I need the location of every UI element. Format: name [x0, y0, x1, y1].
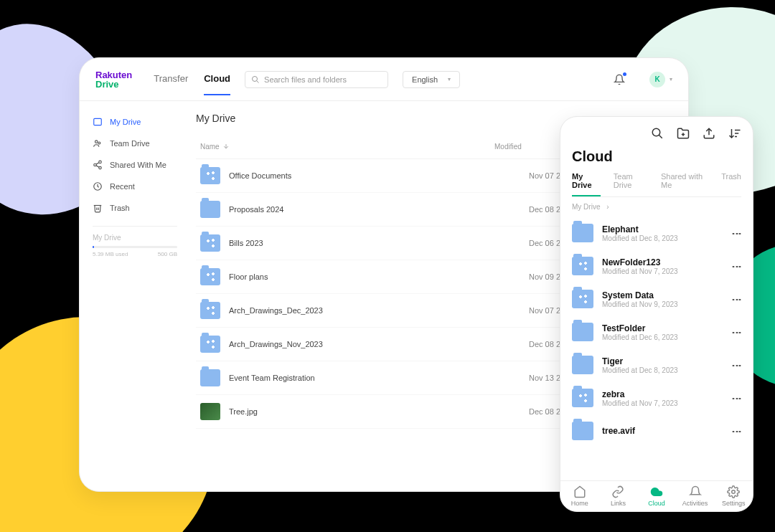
more-button[interactable]: ⋮ [731, 328, 743, 337]
list-item[interactable]: zebra Modified at Nov 7, 2023 ⋮ [572, 381, 741, 414]
more-button[interactable]: ⋮ [731, 427, 743, 436]
topbar: Rakuten Drive Transfer Cloud Search file… [80, 58, 688, 101]
mobile-tab-trash[interactable]: Trash [721, 172, 741, 196]
search-icon [251, 75, 260, 84]
sidebar-item-mydrive[interactable]: My Drive [93, 111, 177, 133]
sidebar-item-shared[interactable]: Shared With Me [93, 154, 177, 176]
svg-point-4 [98, 142, 100, 144]
list-item[interactable]: Tiger Modified at Dec 8, 2023 ⋮ [572, 348, 741, 381]
clock-icon [93, 181, 103, 191]
file-name: Elephant [602, 224, 723, 234]
folder-icon [200, 336, 220, 353]
file-name: Event Team Registration [229, 374, 529, 382]
svg-line-23 [659, 135, 662, 138]
folder-icon [572, 224, 593, 242]
search-input[interactable]: Search files and folders [245, 71, 388, 88]
file-modified: Modified at Nov 7, 2023 [602, 399, 723, 407]
notifications-button[interactable] [614, 74, 625, 85]
upload-icon [703, 127, 715, 140]
more-button[interactable]: ⋮ [731, 361, 743, 370]
svg-point-5 [99, 161, 102, 163]
search-button[interactable] [651, 127, 664, 140]
account-menu[interactable]: K ▾ [649, 72, 672, 87]
folder-icon [572, 290, 593, 308]
file-name: Office Documents [229, 171, 529, 180]
svg-point-7 [99, 166, 102, 169]
file-name: NewFolder123 [602, 257, 723, 267]
list-item[interactable]: NewFolder123 Modified at Nov 7, 2023 ⋮ [572, 250, 741, 282]
svg-line-9 [96, 166, 99, 167]
language-select[interactable]: English ▾ [403, 71, 460, 88]
folder-icon [200, 234, 220, 252]
folder-icon [200, 167, 220, 184]
trash-icon [93, 203, 103, 213]
file-name: Bills 2023 [229, 239, 529, 247]
folder-plus-icon [677, 127, 690, 140]
more-button[interactable]: ⋮ [731, 229, 743, 238]
column-header-name[interactable]: Name [196, 143, 494, 151]
svg-line-1 [257, 80, 259, 82]
file-modified: Modified at Dec 8, 2023 [602, 366, 723, 374]
list-item[interactable]: Elephant Modified at Dec 8, 2023 ⋮ [572, 217, 741, 250]
nav-home[interactable]: Home [560, 485, 599, 507]
sidebar: My Drive Team Drive Shared With Me Recen… [80, 101, 180, 491]
home-icon [573, 485, 586, 498]
folder-icon [572, 356, 593, 374]
sidebar-item-trash[interactable]: Trash [93, 197, 177, 219]
nav-cloud[interactable]: Cloud [637, 485, 676, 507]
mobile-tab-shared[interactable]: Shared with Me [661, 172, 708, 196]
sort-icon [728, 127, 741, 140]
file-name: tree.avif [602, 426, 723, 436]
mobile-tab-mydrive[interactable]: My Drive [572, 172, 601, 196]
more-button[interactable]: ⋮ [731, 394, 743, 403]
bell-icon [614, 74, 625, 85]
svg-point-3 [95, 141, 98, 143]
more-button[interactable]: ⋮ [731, 262, 743, 271]
nav-links[interactable]: Links [599, 485, 638, 507]
more-button[interactable]: ⋮ [731, 295, 743, 304]
file-modified: Modified at Nov 7, 2023 [602, 267, 723, 275]
mobile-tab-team[interactable]: Team Drive [614, 172, 648, 196]
svg-rect-2 [94, 118, 102, 125]
file-name: Proposals 2024 [229, 205, 529, 214]
folder-icon [572, 422, 593, 440]
avatar: K [649, 72, 665, 87]
file-name: Arch_Drawings_Nov_2023 [229, 340, 529, 348]
svg-line-8 [96, 163, 99, 164]
file-modified: Modified at Nov 9, 2023 [602, 300, 723, 308]
nav-activities[interactable]: Activities [676, 485, 715, 507]
chevron-down-icon: ▾ [448, 76, 451, 82]
mobile-window: Cloud My Drive Team Drive Shared with Me… [560, 116, 753, 512]
search-icon [651, 127, 664, 140]
cloud-icon [650, 485, 663, 498]
storage-indicator: My Drive 5.39 MB used 500 GB [93, 226, 177, 257]
list-item[interactable]: TestFolder Modified at Dec 6, 2023 ⋮ [572, 315, 741, 348]
svg-point-0 [253, 76, 258, 81]
sort-button[interactable] [728, 127, 741, 140]
nav-settings[interactable]: Settings [714, 485, 753, 507]
list-item[interactable]: tree.avif ⋮ [572, 414, 741, 447]
folder-icon [572, 389, 593, 407]
gear-icon [727, 485, 740, 498]
chevron-down-icon: ▾ [670, 76, 672, 82]
logo: Rakuten Drive [95, 70, 132, 89]
drive-icon [93, 117, 103, 127]
upload-button[interactable] [703, 127, 715, 140]
sidebar-item-teamdrive[interactable]: Team Drive [93, 133, 177, 154]
tab-cloud[interactable]: Cloud [204, 63, 230, 95]
file-name: Arch_Drawings_Dec_2023 [229, 306, 529, 315]
image-icon [200, 403, 220, 420]
list-item[interactable]: System Data Modified at Nov 9, 2023 ⋮ [572, 282, 741, 315]
svg-point-6 [94, 163, 97, 166]
svg-point-31 [732, 490, 736, 494]
sort-icon [222, 143, 230, 150]
folder-icon [200, 369, 220, 386]
new-folder-button[interactable] [677, 127, 690, 140]
file-name: System Data [602, 290, 723, 300]
file-name: Tiger [602, 356, 723, 366]
folder-icon [200, 201, 220, 218]
file-name: Floor plans [229, 272, 529, 281]
sidebar-item-recent[interactable]: Recent [93, 176, 177, 197]
mobile-breadcrumb[interactable]: My Drive › [560, 197, 753, 217]
tab-transfer[interactable]: Transfer [154, 63, 188, 95]
